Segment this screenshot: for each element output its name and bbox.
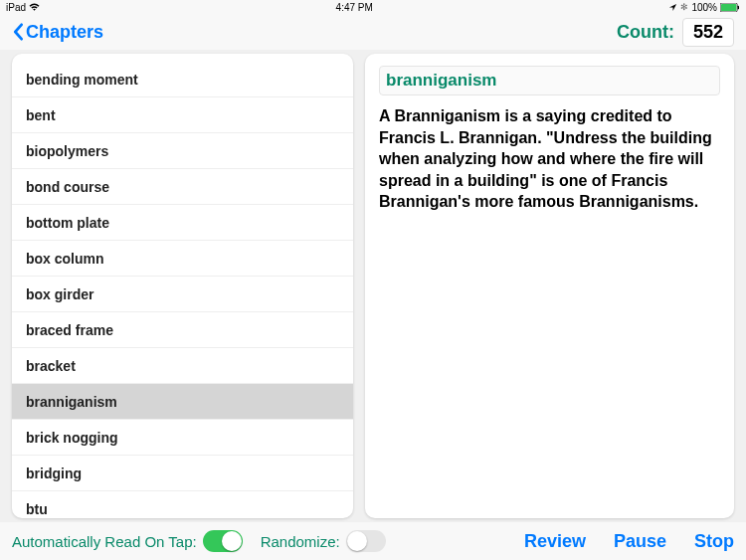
- wifi-icon: [29, 3, 40, 12]
- list-item[interactable]: brick nogging: [12, 420, 353, 456]
- status-time: 4:47 PM: [336, 2, 373, 13]
- bottom-bar: Automatically Read On Tap: Randomize: Re…: [0, 522, 746, 560]
- definition-text: A Branniganism is a saying credited to F…: [379, 105, 720, 213]
- list-item[interactable]: bottom plate: [12, 205, 353, 241]
- status-bar: iPad 4:47 PM ✻ 100%: [0, 0, 746, 14]
- review-button[interactable]: Review: [524, 531, 586, 552]
- count-value: 552: [682, 18, 734, 47]
- list-item[interactable]: box column: [12, 241, 353, 277]
- battery-icon: [720, 3, 740, 12]
- list-item[interactable]: bracket: [12, 348, 353, 384]
- pause-button[interactable]: Pause: [614, 531, 666, 552]
- stop-button[interactable]: Stop: [694, 531, 734, 552]
- list-item[interactable]: bending moment: [12, 62, 353, 97]
- action-buttons: Review Pause Stop: [524, 531, 734, 552]
- list-item[interactable]: branniganism: [12, 384, 353, 420]
- device-label: iPad: [6, 2, 26, 13]
- location-icon: [668, 3, 677, 12]
- content-area: bending momentbentbiopolymersbond course…: [0, 50, 746, 522]
- list-item[interactable]: bent: [12, 97, 353, 133]
- bluetooth-icon: ✻: [680, 2, 688, 12]
- term-list-panel: bending momentbentbiopolymersbond course…: [12, 54, 353, 518]
- status-left: iPad: [6, 2, 40, 13]
- chevron-left-icon: [12, 23, 24, 41]
- status-right: ✻ 100%: [668, 2, 740, 13]
- auto-read-group: Automatically Read On Tap:: [12, 530, 243, 552]
- term-list[interactable]: bending momentbentbiopolymersbond course…: [12, 54, 353, 518]
- back-label: Chapters: [26, 22, 103, 43]
- randomize-group: Randomize:: [261, 530, 386, 552]
- list-item[interactable]: btu: [12, 491, 353, 518]
- term-title: branniganism: [379, 66, 720, 95]
- list-item[interactable]: box girder: [12, 277, 353, 312]
- list-item[interactable]: braced frame: [12, 312, 353, 348]
- list-item[interactable]: bridging: [12, 456, 353, 491]
- randomize-label: Randomize:: [261, 533, 340, 550]
- definition-panel: branniganism A Branniganism is a saying …: [365, 54, 734, 518]
- battery-percent: 100%: [691, 2, 717, 13]
- svg-rect-1: [721, 3, 736, 10]
- nav-bar: Chapters Count: 552: [0, 14, 746, 50]
- count-group: Count: 552: [617, 18, 734, 47]
- list-item[interactable]: biopolymers: [12, 133, 353, 169]
- list-item[interactable]: bond course: [12, 169, 353, 205]
- randomize-switch[interactable]: [346, 530, 386, 552]
- auto-read-label: Automatically Read On Tap:: [12, 533, 197, 550]
- auto-read-switch[interactable]: [203, 530, 243, 552]
- back-button[interactable]: Chapters: [12, 22, 103, 43]
- count-label: Count:: [617, 22, 674, 43]
- svg-rect-2: [738, 5, 739, 9]
